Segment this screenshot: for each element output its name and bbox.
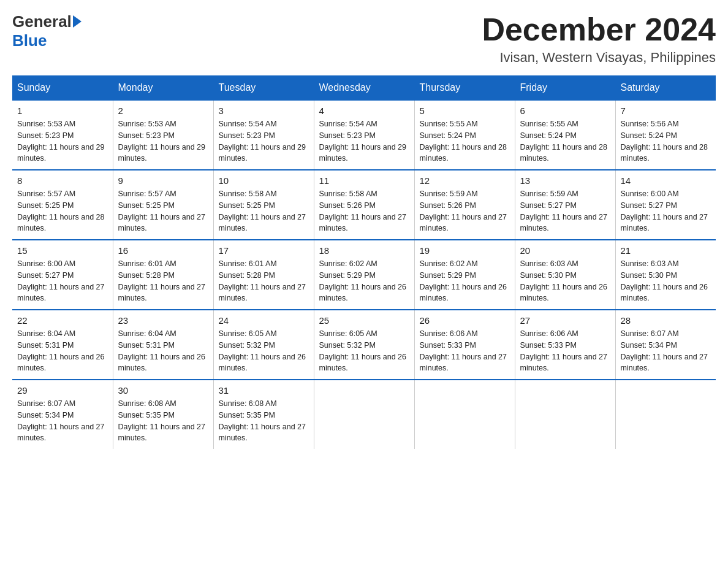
day-number: 25 [319,315,409,326]
day-info: Sunrise: 5:56 AMSunset: 5:24 PMDaylight:… [621,118,711,164]
day-cell-25: 25Sunrise: 6:05 AMSunset: 5:32 PMDayligh… [314,310,414,380]
day-number: 2 [118,105,208,116]
header-friday: Friday [515,76,615,101]
day-cell-20: 20Sunrise: 6:03 AMSunset: 5:30 PMDayligh… [515,240,615,310]
day-number: 4 [319,105,409,116]
day-cell-13: 13Sunrise: 5:59 AMSunset: 5:27 PMDayligh… [515,170,615,240]
week-row-5: 29Sunrise: 6:07 AMSunset: 5:34 PMDayligh… [12,380,716,449]
page-header: General Blue December 2024 Ivisan, Weste… [12,12,716,66]
logo-arrow-icon [73,15,82,28]
day-info: Sunrise: 6:02 AMSunset: 5:29 PMDaylight:… [319,258,409,304]
day-number: 31 [219,385,309,396]
day-number: 6 [520,105,610,116]
day-cell-24: 24Sunrise: 6:05 AMSunset: 5:32 PMDayligh… [213,310,314,380]
day-info: Sunrise: 5:53 AMSunset: 5:23 PMDaylight:… [17,118,108,164]
day-number: 28 [621,315,711,326]
week-row-3: 15Sunrise: 6:00 AMSunset: 5:27 PMDayligh… [12,240,716,310]
empty-cell [314,380,414,449]
day-number: 1 [17,105,108,116]
day-cell-18: 18Sunrise: 6:02 AMSunset: 5:29 PMDayligh… [314,240,414,310]
day-info: Sunrise: 6:07 AMSunset: 5:34 PMDaylight:… [621,328,711,374]
header-thursday: Thursday [414,76,515,101]
empty-cell [414,380,515,449]
day-number: 18 [319,245,409,256]
header-saturday: Saturday [615,76,716,101]
logo: General Blue [12,12,82,50]
day-number: 10 [219,175,309,186]
day-cell-14: 14Sunrise: 6:00 AMSunset: 5:27 PMDayligh… [615,170,716,240]
day-info: Sunrise: 5:55 AMSunset: 5:24 PMDaylight:… [420,118,510,164]
day-cell-4: 4Sunrise: 5:54 AMSunset: 5:23 PMDaylight… [314,100,414,170]
day-info: Sunrise: 6:05 AMSunset: 5:32 PMDaylight:… [319,328,409,374]
day-number: 30 [118,385,208,396]
day-number: 20 [520,245,610,256]
day-info: Sunrise: 6:00 AMSunset: 5:27 PMDaylight:… [621,188,711,234]
day-cell-16: 16Sunrise: 6:01 AMSunset: 5:28 PMDayligh… [113,240,213,310]
day-number: 26 [420,315,510,326]
day-number: 8 [17,175,108,186]
calendar-table: SundayMondayTuesdayWednesdayThursdayFrid… [12,75,716,449]
header-sunday: Sunday [12,76,113,101]
day-number: 11 [319,175,409,186]
empty-cell [615,380,716,449]
header-tuesday: Tuesday [213,76,314,101]
day-info: Sunrise: 6:06 AMSunset: 5:33 PMDaylight:… [520,328,610,374]
day-cell-11: 11Sunrise: 5:58 AMSunset: 5:26 PMDayligh… [314,170,414,240]
day-info: Sunrise: 5:54 AMSunset: 5:23 PMDaylight:… [219,118,309,164]
week-row-2: 8Sunrise: 5:57 AMSunset: 5:25 PMDaylight… [12,170,716,240]
day-info: Sunrise: 5:58 AMSunset: 5:25 PMDaylight:… [219,188,309,234]
calendar-header-row: SundayMondayTuesdayWednesdayThursdayFrid… [12,76,716,101]
logo-blue-text: Blue [12,31,82,50]
day-info: Sunrise: 5:55 AMSunset: 5:24 PMDaylight:… [520,118,610,164]
day-info: Sunrise: 5:57 AMSunset: 5:25 PMDaylight:… [118,188,208,234]
day-cell-22: 22Sunrise: 6:04 AMSunset: 5:31 PMDayligh… [12,310,113,380]
day-info: Sunrise: 5:58 AMSunset: 5:26 PMDaylight:… [319,188,409,234]
day-info: Sunrise: 6:02 AMSunset: 5:29 PMDaylight:… [420,258,510,304]
day-number: 24 [219,315,309,326]
day-cell-5: 5Sunrise: 5:55 AMSunset: 5:24 PMDaylight… [414,100,515,170]
day-info: Sunrise: 6:08 AMSunset: 5:35 PMDaylight:… [219,398,309,444]
day-cell-28: 28Sunrise: 6:07 AMSunset: 5:34 PMDayligh… [615,310,716,380]
day-number: 19 [420,245,510,256]
title-block: December 2024 Ivisan, Western Visayas, P… [482,12,716,66]
day-info: Sunrise: 5:54 AMSunset: 5:23 PMDaylight:… [319,118,409,164]
day-number: 27 [520,315,610,326]
day-cell-3: 3Sunrise: 5:54 AMSunset: 5:23 PMDaylight… [213,100,314,170]
day-cell-15: 15Sunrise: 6:00 AMSunset: 5:27 PMDayligh… [12,240,113,310]
day-cell-30: 30Sunrise: 6:08 AMSunset: 5:35 PMDayligh… [113,380,213,449]
day-cell-10: 10Sunrise: 5:58 AMSunset: 5:25 PMDayligh… [213,170,314,240]
day-cell-29: 29Sunrise: 6:07 AMSunset: 5:34 PMDayligh… [12,380,113,449]
location-subtitle: Ivisan, Western Visayas, Philippines [482,50,716,66]
day-number: 9 [118,175,208,186]
day-cell-9: 9Sunrise: 5:57 AMSunset: 5:25 PMDaylight… [113,170,213,240]
day-cell-31: 31Sunrise: 6:08 AMSunset: 5:35 PMDayligh… [213,380,314,449]
month-title: December 2024 [482,12,716,47]
day-info: Sunrise: 6:05 AMSunset: 5:32 PMDaylight:… [219,328,309,374]
header-monday: Monday [113,76,213,101]
day-info: Sunrise: 6:06 AMSunset: 5:33 PMDaylight:… [420,328,510,374]
day-info: Sunrise: 6:07 AMSunset: 5:34 PMDaylight:… [17,398,108,444]
day-cell-23: 23Sunrise: 6:04 AMSunset: 5:31 PMDayligh… [113,310,213,380]
day-cell-27: 27Sunrise: 6:06 AMSunset: 5:33 PMDayligh… [515,310,615,380]
day-info: Sunrise: 6:01 AMSunset: 5:28 PMDaylight:… [118,258,208,304]
day-cell-17: 17Sunrise: 6:01 AMSunset: 5:28 PMDayligh… [213,240,314,310]
day-info: Sunrise: 6:00 AMSunset: 5:27 PMDaylight:… [17,258,108,304]
day-cell-8: 8Sunrise: 5:57 AMSunset: 5:25 PMDaylight… [12,170,113,240]
day-cell-21: 21Sunrise: 6:03 AMSunset: 5:30 PMDayligh… [615,240,716,310]
day-cell-7: 7Sunrise: 5:56 AMSunset: 5:24 PMDaylight… [615,100,716,170]
day-info: Sunrise: 6:01 AMSunset: 5:28 PMDaylight:… [219,258,309,304]
day-info: Sunrise: 5:57 AMSunset: 5:25 PMDaylight:… [17,188,108,234]
day-info: Sunrise: 6:04 AMSunset: 5:31 PMDaylight:… [118,328,208,374]
day-cell-19: 19Sunrise: 6:02 AMSunset: 5:29 PMDayligh… [414,240,515,310]
logo-general-text: General [12,12,72,31]
day-number: 14 [621,175,711,186]
day-number: 3 [219,105,309,116]
day-cell-1: 1Sunrise: 5:53 AMSunset: 5:23 PMDaylight… [12,100,113,170]
day-number: 22 [17,315,108,326]
day-number: 29 [17,385,108,396]
day-number: 15 [17,245,108,256]
day-cell-12: 12Sunrise: 5:59 AMSunset: 5:26 PMDayligh… [414,170,515,240]
day-number: 16 [118,245,208,256]
day-info: Sunrise: 5:59 AMSunset: 5:27 PMDaylight:… [520,188,610,234]
day-number: 12 [420,175,510,186]
